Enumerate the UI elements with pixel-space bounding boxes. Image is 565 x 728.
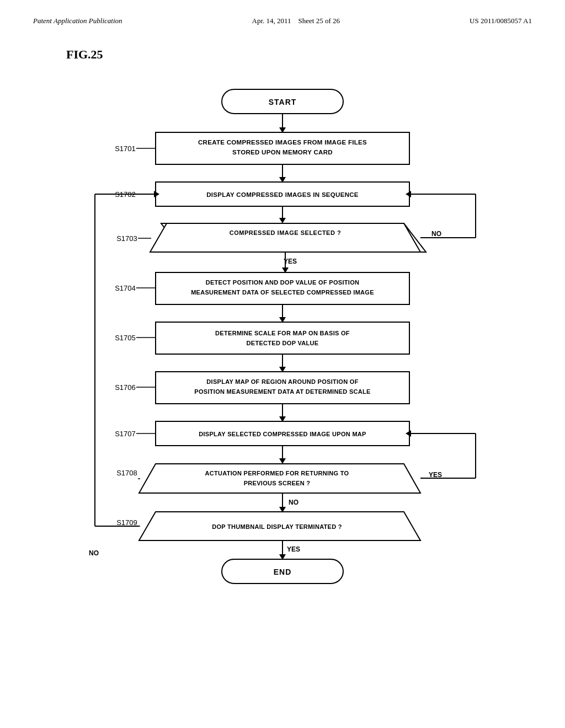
svg-marker-10: [279, 218, 286, 223]
s1701-label: S1701: [115, 144, 136, 153]
s1707-text: DISPLAY SELECTED COMPRESSED IMAGE UPON M…: [199, 431, 366, 437]
svg-rect-3: [156, 132, 409, 164]
s1709-no-label: NO: [89, 549, 99, 557]
s1706-text-line2: POSITION MEASUREMENT DATA AT DETERMINED …: [194, 388, 370, 395]
header-left: Patent Application Publication: [33, 17, 122, 25]
flowchart-container: START CREATE COMPRESSED IMAGES FROM IMAG…: [45, 78, 520, 687]
s1701-text-line2: STORED UPON MEMORY CARD: [232, 149, 333, 156]
svg-rect-28: [156, 372, 409, 404]
figure-title: FIG.25: [66, 47, 532, 62]
header-right: US 2011/0085057 A1: [470, 17, 532, 25]
s1708-yes-label: YES: [429, 471, 442, 479]
s1703-no-label: NO: [431, 230, 441, 238]
s1708-text-line2: PREVIOUS SCREEN ?: [244, 480, 311, 486]
s1703-text: COMPRESSED IMAGE SELECTED ?: [230, 229, 341, 236]
s1707-label: S1707: [115, 430, 136, 438]
s1704-label: S1704: [115, 284, 136, 292]
start-label: START: [269, 98, 297, 106]
s1706-label: S1706: [115, 383, 136, 392]
svg-marker-35: [279, 458, 286, 464]
s1705-label: S1705: [115, 334, 136, 342]
s1708-label: S1708: [116, 469, 137, 477]
page-header: Patent Application Publication Apr. 14, …: [33, 17, 532, 25]
svg-marker-12: [150, 223, 420, 252]
s1705-text-line1: DETERMINE SCALE FOR MAP ON BASIS OF: [215, 330, 350, 336]
s1708-text-line1: ACTUATION PERFORMED FOR RETURNING TO: [205, 470, 349, 477]
header-center: Apr. 14, 2011 Sheet 25 of 26: [252, 17, 340, 25]
s1701-text-line1: CREATE COMPRESSED IMAGES FROM IMAGE FILE…: [198, 139, 367, 146]
svg-rect-20: [156, 272, 409, 304]
s1703-label: S1703: [116, 234, 137, 243]
end-label: END: [274, 568, 292, 576]
s1709-yes-label: YES: [287, 545, 300, 553]
s1704-text-line1: DETECT POSITION AND DOP VALUE OF POSITIO…: [206, 279, 360, 286]
svg-rect-24: [156, 322, 409, 354]
s1709-label: S1709: [116, 518, 137, 527]
s1708-no-label: NO: [289, 499, 299, 506]
s1705-text-line2: DETECTED DOP VALUE: [247, 340, 319, 346]
page: Patent Application Publication Apr. 14, …: [0, 0, 565, 728]
s1709-text: DOP THUMBNAIL DISPLAY TERMINATED ?: [212, 523, 342, 530]
s1706-text-line1: DISPLAY MAP OF REGION AROUND POSITION OF: [206, 378, 358, 385]
s1704-text-line2: MEASUREMENT DATA OF SELECTED COMPRESSED …: [191, 289, 374, 296]
s1702-text: DISPLAY COMPRESSED IMAGES IN SEQUENCE: [206, 191, 359, 198]
flowchart-svg: START CREATE COMPRESSED IMAGES FROM IMAG…: [45, 78, 520, 685]
svg-marker-36: [139, 464, 420, 493]
